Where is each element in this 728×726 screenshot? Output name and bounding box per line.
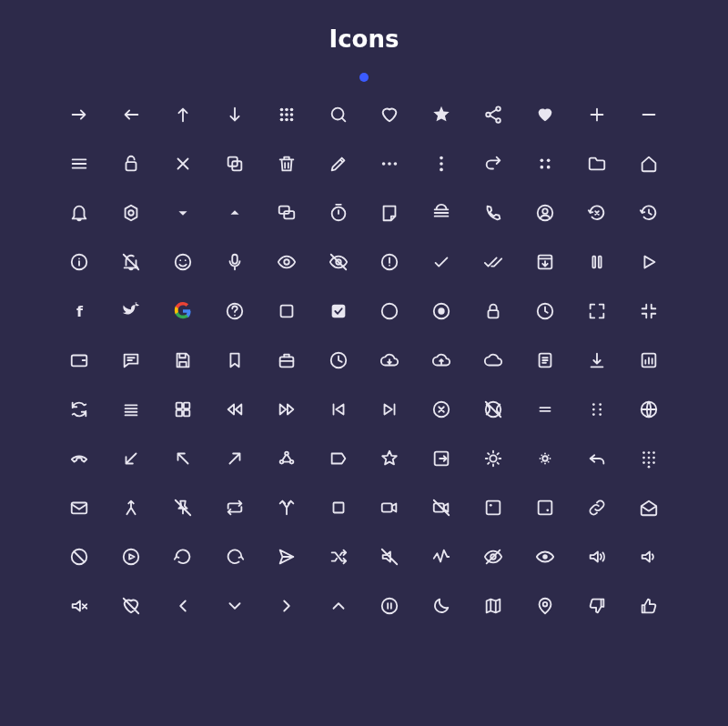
star-outline-icon[interactable]: [379, 448, 400, 469]
lock-icon[interactable]: [482, 300, 504, 322]
bell-off-icon[interactable]: [120, 251, 142, 273]
map-icon[interactable]: [482, 595, 504, 617]
volume-off-icon[interactable]: [379, 546, 400, 568]
play-icon[interactable]: [638, 251, 660, 273]
unlock-icon[interactable]: [120, 153, 142, 175]
folder-icon[interactable]: [586, 153, 608, 175]
rewind-icon[interactable]: [224, 398, 246, 420]
skip-forward-icon[interactable]: [379, 398, 400, 420]
arrow-down-left-icon[interactable]: [120, 448, 142, 469]
note-icon[interactable]: [379, 202, 400, 224]
video-off-icon[interactable]: [430, 497, 452, 519]
rotate-cw-icon[interactable]: [224, 546, 246, 568]
help-circle-icon[interactable]: [224, 300, 246, 322]
edit-icon[interactable]: [328, 153, 349, 175]
chevron-right-icon[interactable]: [276, 595, 298, 617]
exit-fullscreen-icon[interactable]: [638, 300, 660, 322]
clock-icon[interactable]: [534, 300, 556, 322]
grid-apps-icon[interactable]: [172, 398, 194, 420]
chevron-down-icon[interactable]: [224, 595, 246, 617]
pin-off-icon[interactable]: [172, 497, 194, 519]
cloud-icon[interactable]: [482, 349, 504, 371]
brightness-high-icon[interactable]: [482, 448, 504, 469]
wallet-icon[interactable]: [68, 349, 90, 371]
settings-hex-icon[interactable]: [120, 202, 142, 224]
minus-icon[interactable]: [638, 104, 660, 126]
split-icon[interactable]: [276, 497, 298, 519]
error-refresh-icon[interactable]: [586, 202, 608, 224]
link-icon[interactable]: [586, 497, 608, 519]
thumbs-down-icon[interactable]: [586, 595, 608, 617]
heart-filled-icon[interactable]: [534, 104, 556, 126]
bell-icon[interactable]: [68, 202, 90, 224]
reply-icon[interactable]: [586, 448, 608, 469]
google-icon[interactable]: [172, 300, 194, 322]
arrow-left-icon[interactable]: [120, 104, 142, 126]
point-br-icon[interactable]: [534, 497, 556, 519]
copy-icon[interactable]: [224, 153, 246, 175]
equals-icon[interactable]: [534, 398, 556, 420]
activity-icon[interactable]: [430, 546, 452, 568]
merge-icon[interactable]: [120, 497, 142, 519]
facebook-icon[interactable]: f: [68, 300, 90, 322]
arrow-down-icon[interactable]: [224, 104, 246, 126]
map-pin-icon[interactable]: [534, 595, 556, 617]
checkbox-checked-icon[interactable]: [328, 300, 349, 322]
user-circle-icon[interactable]: [534, 202, 556, 224]
eye-off-icon[interactable]: [328, 251, 349, 273]
menu-icon[interactable]: [68, 153, 90, 175]
strikethrough-icon[interactable]: [482, 546, 504, 568]
dialpad-icon[interactable]: [638, 448, 660, 469]
more-vert-icon[interactable]: [430, 153, 452, 175]
download-icon[interactable]: [586, 349, 608, 371]
mail-icon[interactable]: [68, 497, 90, 519]
timer-icon[interactable]: [328, 202, 349, 224]
clock-outline-icon[interactable]: [328, 349, 349, 371]
arrow-right-icon[interactable]: [68, 104, 90, 126]
share-nodes-icon[interactable]: [276, 448, 298, 469]
skip-back-icon[interactable]: [328, 398, 349, 420]
repeat-icon[interactable]: [224, 497, 246, 519]
volume-down-icon[interactable]: [638, 546, 660, 568]
arrow-up-right-icon[interactable]: [224, 448, 246, 469]
arrow-up-left-icon[interactable]: [172, 448, 194, 469]
more-horiz-icon[interactable]: [379, 153, 400, 175]
grid-dots-icon[interactable]: [276, 104, 298, 126]
home-icon[interactable]: [638, 153, 660, 175]
globe-icon[interactable]: [638, 398, 660, 420]
close-circle-icon[interactable]: [430, 398, 452, 420]
save-icon[interactable]: [172, 349, 194, 371]
arrow-up-icon[interactable]: [172, 104, 194, 126]
refresh-icon[interactable]: [68, 398, 90, 420]
phone-hangup-icon[interactable]: [68, 448, 90, 469]
star-filled-icon[interactable]: [430, 104, 452, 126]
brightness-low-icon[interactable]: [534, 448, 556, 469]
speaker-icon[interactable]: [586, 546, 608, 568]
exit-icon[interactable]: [430, 448, 452, 469]
thumbs-up-icon[interactable]: [638, 595, 660, 617]
circle-outline-icon[interactable]: [379, 300, 400, 322]
mail-open-icon[interactable]: [638, 497, 660, 519]
pause-icon[interactable]: [586, 251, 608, 273]
point-tl-icon[interactable]: [482, 497, 504, 519]
share-icon[interactable]: [482, 104, 504, 126]
tag-icon[interactable]: [328, 448, 349, 469]
redo-icon[interactable]: [482, 153, 504, 175]
play-circle-icon[interactable]: [120, 546, 142, 568]
heart-outline-icon[interactable]: [379, 104, 400, 126]
four-dots-icon[interactable]: [534, 153, 556, 175]
fullscreen-icon[interactable]: [586, 300, 608, 322]
shuffle-icon[interactable]: [328, 546, 349, 568]
video-icon[interactable]: [379, 497, 400, 519]
message-icon[interactable]: [120, 349, 142, 371]
heart-broken-icon[interactable]: [120, 595, 142, 617]
plus-icon[interactable]: [586, 104, 608, 126]
history-icon[interactable]: [638, 202, 660, 224]
cloud-upload-icon[interactable]: [430, 349, 452, 371]
burger-menu-icon[interactable]: [430, 202, 452, 224]
pause-circle-icon[interactable]: [379, 595, 400, 617]
offline-icon[interactable]: [482, 398, 504, 420]
eye-open-icon[interactable]: [534, 546, 556, 568]
fast-forward-icon[interactable]: [276, 398, 298, 420]
cloud-download-icon[interactable]: [379, 349, 400, 371]
